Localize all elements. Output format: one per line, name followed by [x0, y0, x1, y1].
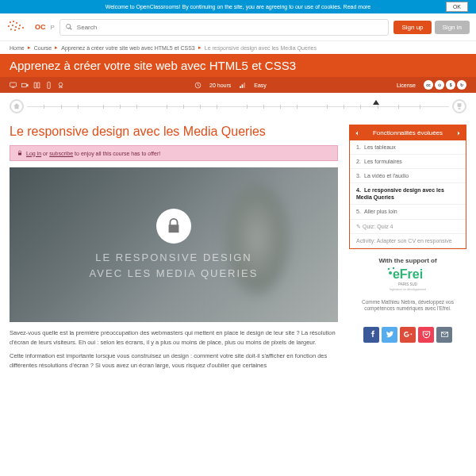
signup-button[interactable]: Sign up: [393, 21, 431, 34]
chevron-right-icon[interactable]: [455, 130, 462, 136]
sponsor-logo[interactable]: eFrei PARIS SUD Ingénieurs en développem…: [383, 264, 432, 296]
logo-p: P: [51, 24, 55, 31]
social-share: [349, 327, 466, 343]
svg-rect-1: [12, 86, 14, 87]
pocket-share[interactable]: [418, 327, 434, 343]
svg-text:Ingénieurs en développement: Ingénieurs en développement: [390, 288, 426, 291]
sa-icon: ↻: [457, 80, 466, 90]
svg-text:eFrei: eFrei: [393, 267, 423, 281]
mobile-icon: [45, 82, 52, 89]
license-label: License: [397, 83, 416, 88]
email-share[interactable]: [436, 327, 452, 343]
svg-rect-0: [10, 83, 17, 86]
search-icon: [65, 23, 73, 31]
badge-icon: [57, 82, 64, 89]
lesson-nav: Fonctionnalités évoluées 1.Les tableaux …: [349, 125, 466, 249]
main-content: Le responsive design avec les Media Quer…: [0, 120, 476, 380]
by-icon: ⊙: [435, 80, 444, 90]
nav-activity[interactable]: Activity: Adapter son CV en responsive: [350, 234, 466, 248]
logo-dots-icon: [8, 21, 27, 33]
progress-track[interactable]: [27, 106, 449, 107]
signin-button[interactable]: Sign in: [435, 21, 470, 34]
nav-header: Fonctionnalités évoluées: [350, 125, 466, 140]
lock-icon: [156, 209, 191, 244]
chevron-left-icon[interactable]: [354, 130, 360, 136]
video-player-locked[interactable]: LE RESPONSIVE DESIGNAVEC LES MEDIA QUERI…: [10, 167, 338, 322]
nc-icon: $: [446, 80, 455, 90]
search-input[interactable]: [73, 21, 384, 33]
course-duration: 20 hours: [209, 83, 231, 88]
subscribe-link[interactable]: subscribe: [49, 151, 73, 156]
course-level: Easy: [254, 83, 267, 88]
lock-small-icon: [17, 150, 23, 156]
home-icon[interactable]: [10, 99, 24, 113]
breadcrumb-course[interactable]: Course: [34, 45, 52, 51]
course-title-bar: Apprenez à créer votre site web avec HTM…: [0, 54, 476, 77]
sidebar: Fonctionnalités évoluées 1.Les tableaux …: [349, 125, 466, 375]
breadcrumb-course-name[interactable]: Apprenez à créer votre site web avec HTM…: [61, 45, 194, 51]
nav-item-active[interactable]: 4.Le responsive design avec les Media Qu…: [350, 183, 466, 205]
breadcrumb-home[interactable]: Home: [10, 45, 25, 51]
cc-icon: cc: [424, 80, 433, 90]
nav-item[interactable]: 3.La vidéo et l'audio: [350, 169, 466, 183]
signal-icon: [239, 82, 246, 89]
nav-item[interactable]: 2.Les formulaires: [350, 155, 466, 169]
svg-point-4: [59, 83, 63, 86]
book-icon: [33, 82, 40, 89]
login-notice: Log in or subscribe to enjoy all this co…: [10, 145, 338, 161]
breadcrumb-current: Le responsive design avec les Media Quer…: [205, 45, 317, 51]
svg-rect-2: [22, 83, 27, 87]
support-heading: With the support of: [352, 257, 463, 264]
svg-point-13: [393, 267, 394, 269]
nav-section-title: Fonctionnalités évoluées: [373, 129, 443, 136]
breadcrumb: Home ▸ Course ▸ Apprenez à créer votre s…: [0, 41, 476, 54]
twitter-share[interactable]: [382, 327, 397, 343]
search-box[interactable]: [60, 19, 390, 36]
logo-text: OC: [35, 23, 46, 31]
device-icons: [10, 82, 64, 89]
facebook-share[interactable]: [363, 327, 379, 343]
course-meta-bar: 20 hours Easy License cc ⊙ $ ↻: [0, 77, 476, 93]
svg-rect-6: [240, 86, 241, 87]
svg-rect-9: [18, 153, 21, 155]
desktop-icon: [10, 82, 17, 89]
googleplus-share[interactable]: [400, 327, 416, 343]
chevron-right-icon: ▸: [28, 44, 31, 51]
auth-buttons: Sign up Sign in: [393, 21, 470, 34]
nav-quiz[interactable]: ✎ Quiz: Quiz 4: [350, 220, 466, 234]
video-title-overlay: LE RESPONSIVE DESIGNAVEC LES MEDIA QUERI…: [90, 250, 259, 281]
license-badges: cc ⊙ $ ↻: [424, 80, 466, 90]
chevron-right-icon: ▸: [198, 44, 202, 51]
lesson-paragraph: Cette information est importante lorsque…: [10, 351, 338, 370]
cookie-message: Welcome to OpenClassrooms! By continuing…: [106, 4, 371, 10]
clock-icon: [194, 82, 202, 89]
support-tagline: Comme Mathieu Nebra, développez vos comp…: [352, 299, 463, 313]
cookie-ok-button[interactable]: OK: [446, 2, 468, 12]
lesson-title: Le responsive design avec les Media Quer…: [10, 125, 338, 139]
site-header: OC P Sign up Sign in: [0, 13, 476, 41]
trophy-icon[interactable]: [452, 99, 466, 113]
course-progress: [0, 93, 476, 120]
svg-rect-3: [48, 82, 50, 88]
login-link[interactable]: Log in: [26, 151, 41, 156]
progress-marker-icon: [373, 100, 379, 105]
logo[interactable]: [6, 16, 29, 38]
nav-item[interactable]: 5.Aller plus loin: [350, 205, 466, 219]
chevron-right-icon: ▸: [55, 44, 58, 51]
nav-item[interactable]: 1.Les tableaux: [350, 140, 466, 155]
cookie-banner: Welcome to OpenClassrooms! By continuing…: [0, 0, 476, 13]
svg-rect-8: [244, 83, 245, 88]
video-icon: [21, 82, 29, 89]
svg-point-11: [389, 271, 392, 274]
support-box: With the support of eFrei PARIS SUD Ingé…: [349, 249, 466, 321]
svg-text:PARIS SUD: PARIS SUD: [398, 282, 418, 286]
lesson-content: Le responsive design avec les Media Quer…: [10, 125, 338, 375]
course-title: Apprenez à créer votre site web avec HTM…: [10, 59, 466, 72]
svg-rect-7: [242, 84, 244, 88]
lesson-paragraph: Savez-vous quelle est la première préocc…: [10, 328, 338, 347]
svg-point-12: [388, 268, 390, 270]
